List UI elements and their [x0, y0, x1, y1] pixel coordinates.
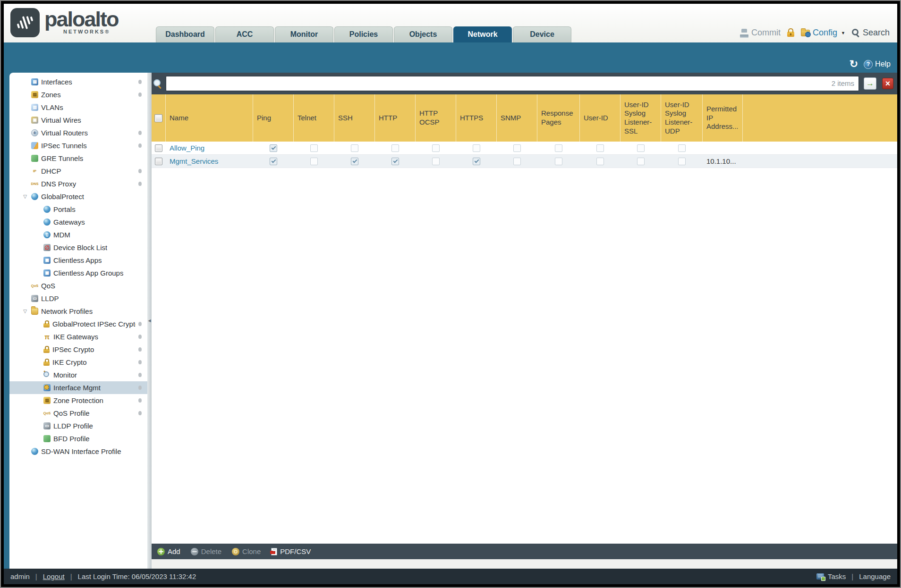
sidebar-item-globalprotect-ipsec-crypto[interactable]: GlobalProtect IPSec Crypto: [9, 318, 147, 330]
ipsec-tunnels-icon: [31, 142, 38, 149]
sidebar-item-ipsec-tunnels[interactable]: IPSec Tunnels: [9, 139, 147, 152]
sidebar-item-mdm[interactable]: MDM: [9, 228, 147, 241]
search-icon: [852, 29, 860, 37]
row-checkbox[interactable]: [155, 144, 162, 152]
sidebar-item-ike-crypto[interactable]: IKE Crypto: [9, 356, 147, 369]
tab-device[interactable]: Device: [513, 26, 571, 42]
sidebar-item-bfd-profile[interactable]: BFD Profile: [9, 432, 147, 445]
column-header-ssh[interactable]: SSH: [334, 94, 375, 142]
filter-input-wrap: 2 items: [166, 76, 859, 91]
column-header-user-id[interactable]: User-ID: [580, 94, 620, 142]
column-header-telnet[interactable]: Telnet: [294, 94, 334, 142]
apply-filter-button[interactable]: [864, 77, 876, 90]
sidebar-item-clientless-app-groups[interactable]: Clientless App Groups: [9, 267, 147, 279]
column-header-http-ocsp[interactable]: HTTP OCSP: [416, 94, 456, 142]
config-button[interactable]: Config ▼: [801, 28, 845, 38]
sidebar-item-virtual-routers[interactable]: Virtual Routers: [9, 126, 147, 139]
column-header-response-pages[interactable]: Response Pages: [537, 94, 580, 142]
sidebar-item-zone-protection[interactable]: Zone Protection: [9, 394, 147, 407]
sidebar-item-lldp-profile[interactable]: LLDP Profile: [9, 420, 147, 432]
column-header-label: HTTP: [379, 114, 397, 123]
filter-search-icon: [153, 79, 162, 88]
sidebar-item-interfaces[interactable]: Interfaces: [9, 76, 147, 88]
sidebar-item-virtual-wires[interactable]: Virtual Wires: [9, 114, 147, 126]
globalprotect-ipsec-crypto-icon: [43, 323, 50, 328]
sidebar-item-dns-proxy[interactable]: DNS Proxy: [9, 177, 147, 190]
select-all-checkbox[interactable]: [154, 114, 162, 122]
unchecked-checkbox-icon: [596, 144, 604, 152]
tab-policies[interactable]: Policies: [334, 26, 393, 42]
tab-monitor[interactable]: Monitor: [275, 26, 333, 42]
sidebar-item-label: Virtual Wires: [41, 116, 81, 124]
sidebar-item-portals[interactable]: Portals: [9, 203, 147, 216]
row-select-cell: [152, 142, 166, 155]
checked-checkbox-icon: [270, 144, 277, 152]
sidebar-item-clientless-apps[interactable]: Clientless Apps: [9, 254, 147, 267]
column-header-name[interactable]: Name: [166, 94, 253, 142]
expander-icon[interactable]: ▽: [22, 309, 28, 314]
sidebar-item-ipsec-crypto[interactable]: IPSec Crypto: [9, 343, 147, 356]
sidebar-item-network-profiles[interactable]: ▽Network Profiles: [9, 305, 147, 318]
sidebar-item-label: Device Block List: [53, 244, 107, 252]
sidebar-item-ike-gateways[interactable]: IKE Gateways: [9, 330, 147, 343]
logout-link[interactable]: Logout: [43, 572, 65, 580]
help-button[interactable]: ? Help: [864, 60, 891, 69]
response-pages-cell: [537, 155, 580, 168]
sidebar-item-gre-tunnels[interactable]: GRE Tunnels: [9, 152, 147, 165]
pdf-csv-button[interactable]: PDF/CSV: [271, 547, 311, 555]
global-search-button[interactable]: Search: [852, 28, 890, 38]
sidebar-nav: InterfacesZonesVLANsVirtual WiresVirtual…: [9, 73, 147, 569]
table-row-allow-ping[interactable]: Allow_Ping: [152, 142, 897, 155]
unchecked-checkbox-icon: [637, 158, 645, 165]
user-id-syslog-listener-udp-cell: [661, 142, 703, 155]
snmp-cell: [497, 155, 537, 168]
row-checkbox[interactable]: [155, 158, 162, 165]
ping-cell: [253, 142, 294, 155]
expander-icon[interactable]: ▽: [22, 194, 28, 199]
sidebar-item-gateways[interactable]: Gateways: [9, 216, 147, 228]
sidebar-item-label: GRE Tunnels: [41, 154, 83, 162]
lock-icon[interactable]: [787, 32, 794, 37]
sidebar-item-device-block-list[interactable]: Device Block List: [9, 241, 147, 254]
sidebar-item-qos[interactable]: QoS: [9, 279, 147, 292]
last-login-label: Last Login Time: 06/05/2023 11:32:42: [78, 572, 196, 580]
table-row-mgmt-services[interactable]: Mgmt_Services10.1.10...: [152, 155, 897, 168]
check-mark: [352, 158, 357, 163]
add-button[interactable]: Add: [157, 547, 180, 555]
column-header-ping[interactable]: Ping: [253, 94, 294, 142]
clear-filter-button[interactable]: [882, 78, 893, 89]
sidebar-item-zones[interactable]: Zones: [9, 88, 147, 101]
item-dot: [138, 182, 142, 186]
sidebar-item-lldp[interactable]: LLDP: [9, 292, 147, 305]
tasks-button[interactable]: Tasks: [828, 572, 846, 580]
tab-objects[interactable]: Objects: [394, 26, 452, 42]
lldp-profile-icon: [43, 422, 51, 429]
sidebar-item-dhcp[interactable]: DHCP: [9, 165, 147, 177]
row-name-link[interactable]: Allow_Ping: [170, 144, 204, 152]
sidebar-item-sd-wan-interface-profile[interactable]: SD-WAN Interface Profile: [9, 445, 147, 458]
language-button[interactable]: Language: [859, 572, 891, 580]
column-header-user-id-syslog-listener-udp[interactable]: User-ID Syslog Listener-UDP: [661, 94, 703, 142]
sidebar-item-monitor[interactable]: Monitor: [9, 369, 147, 381]
commit-button[interactable]: Commit: [740, 28, 781, 38]
column-header-user-id-syslog-listener-ssl[interactable]: User-ID Syslog Listener-SSL: [620, 94, 661, 142]
column-header-snmp[interactable]: SNMP: [497, 94, 537, 142]
sidebar-item-qos-profile[interactable]: QoS Profile: [9, 407, 147, 420]
column-header-permitted-ip-address[interactable]: Permitted IP Address...: [703, 94, 743, 142]
sidebar-item-interface-mgmt[interactable]: Interface Mgmt: [9, 381, 147, 394]
row-name-link[interactable]: Mgmt_Services: [170, 157, 218, 165]
sidebar-item-vlans[interactable]: VLANs: [9, 101, 147, 114]
filter-input[interactable]: [166, 76, 859, 91]
toolbar-button-label: Add: [168, 547, 180, 555]
column-header-http[interactable]: HTTP: [375, 94, 416, 142]
sidebar-collapse-handle[interactable]: ◀: [147, 73, 152, 569]
sidebar-item-globalprotect[interactable]: ▽GlobalProtect: [9, 190, 147, 203]
column-header-label: Permitted IP Address...: [706, 105, 739, 131]
ike-crypto-icon: [43, 361, 50, 366]
refresh-icon[interactable]: ↻: [850, 59, 858, 69]
tab-dashboard[interactable]: Dashboard: [156, 26, 214, 42]
sidebar-item-label: Interfaces: [41, 78, 72, 86]
tab-acc[interactable]: ACC: [215, 26, 274, 42]
column-header-https[interactable]: HTTPS: [456, 94, 497, 142]
tab-network[interactable]: Network: [453, 26, 512, 42]
